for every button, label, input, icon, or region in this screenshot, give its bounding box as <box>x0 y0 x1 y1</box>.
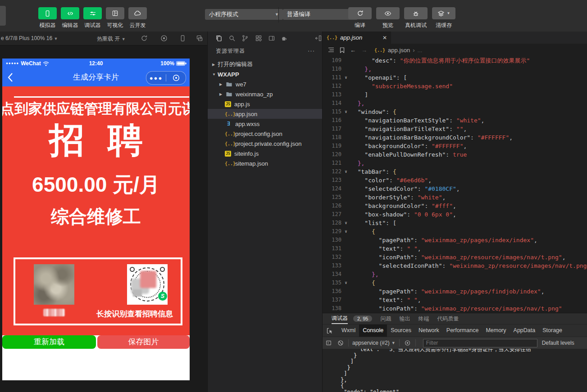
code-line-110: 110 }, <box>323 65 587 73</box>
log-levels-select[interactable]: Default levels <box>542 340 574 346</box>
tree-item-app.js[interactable]: JSapp.js <box>208 99 322 109</box>
tab-wxml[interactable]: Wxml <box>338 324 359 337</box>
code-line-126: 126 "backgroundColor": "#fff", <box>323 202 587 210</box>
explorer-activity-bar <box>208 32 322 45</box>
code-area[interactable]: 109 "desc": "你的位置信息将用于小程序位置接口的效果展示"110 }… <box>323 56 587 313</box>
tree-section-WXAPP[interactable]: ▼WXAPP <box>208 69 322 79</box>
preview-button[interactable]: 预览 <box>374 7 402 29</box>
reload-button[interactable]: 重新加载 <box>2 335 96 349</box>
tab-performance[interactable]: Performance <box>443 324 482 337</box>
phone-frame-icon[interactable] <box>179 35 186 42</box>
console-sidebar-icon[interactable] <box>325 340 332 346</box>
eye-icon <box>384 10 391 17</box>
forward-arrow-icon[interactable]: → <box>361 47 367 54</box>
code-line-118: 118 "navigationBarBackgroundColor": "#FF… <box>323 133 587 142</box>
tab-terminal[interactable]: 终端 <box>418 314 429 324</box>
simulator-toggle-button[interactable]: 模拟器 <box>38 7 57 29</box>
more-button[interactable]: ●●● <box>146 74 166 81</box>
mini-program-qr-code[interactable]: S <box>127 264 168 305</box>
visualization-toggle-button[interactable]: 可视化 <box>106 7 124 29</box>
poster-actions: 重新加载 保存图片 <box>2 335 190 349</box>
explorer-title: 资源管理器 <box>216 48 245 54</box>
close-icon[interactable]: ✕ <box>382 35 387 41</box>
code-line-120: 120 "enablePullDownRefresh": true <box>323 150 587 159</box>
bookmark-icon[interactable] <box>340 47 345 53</box>
tab-memory[interactable]: Memory <box>482 324 510 337</box>
tab-console[interactable]: Console <box>359 324 387 337</box>
refresh-icon <box>357 10 364 17</box>
tab-network[interactable]: Network <box>415 324 443 337</box>
code-line-124: 124 "selectedColor": "#0180CF", <box>323 185 587 193</box>
editor-toggle-button[interactable]: 编辑器 <box>61 7 79 29</box>
files-icon[interactable] <box>215 35 223 42</box>
tree-item-weixinmao_zp[interactable]: ▶weixinmao_zp <box>208 89 322 99</box>
outline-icon[interactable] <box>328 47 334 53</box>
battery-percent-label: 100% <box>160 60 174 67</box>
code-line-135: 135∨ { <box>323 279 587 287</box>
tab-sources[interactable]: Sources <box>387 324 415 337</box>
console-line: ] <box>341 371 587 377</box>
console-output[interactable]: "text": " 5、当天应聘人员需带齐行李物品+身份证件，当天安排住宿 " … <box>323 349 587 392</box>
battery-icon <box>176 61 187 66</box>
blurred-company-label <box>43 309 65 316</box>
remote-debug-button[interactable]: 真机调试 <box>402 7 430 29</box>
recruit-headline: 招聘 <box>2 117 190 164</box>
explorer-more-button[interactable]: ··· <box>308 45 315 57</box>
tab-output[interactable]: 输出 <box>399 314 410 324</box>
context-select[interactable]: appservice (#2) <box>352 340 390 346</box>
tea-icon[interactable] <box>280 35 288 42</box>
cloud-dev-button[interactable]: 云开发 <box>128 7 147 29</box>
compile-button[interactable]: 编译 <box>346 7 374 29</box>
rotate-icon[interactable] <box>141 35 148 42</box>
search-icon[interactable] <box>228 35 236 42</box>
tab-app-json[interactable]: {..} app.json ✕ <box>323 32 391 44</box>
app-logo <box>0 6 6 26</box>
debugger-toggle-button[interactable]: 调试器 <box>83 7 102 29</box>
console-lines: "text": " 5、当天应聘人员需带齐行李物品+身份证件，当天安排住宿 " … <box>341 349 587 392</box>
twisty-icon: ▼ <box>212 72 218 77</box>
save-image-button[interactable]: 保存图片 <box>97 335 190 349</box>
code-line-130: 130 "pagePath": "weixinmao_zp/pages/inde… <box>323 236 587 244</box>
tab-problems[interactable]: 问题 <box>380 314 391 324</box>
tree-item-we7[interactable]: ▶we7 <box>208 79 322 89</box>
back-arrow-icon[interactable]: ← <box>350 47 356 54</box>
tree-section-打开的编辑器[interactable]: ▶打开的编辑器 <box>208 59 322 69</box>
tab-code-quality[interactable]: 代码质量 <box>437 314 459 324</box>
tree-item-app.wxss[interactable]: ∃app.wxss <box>208 119 322 129</box>
panel-icon[interactable] <box>268 35 275 42</box>
inspect-icon[interactable] <box>323 327 338 334</box>
chevron-down-icon: ▼ <box>447 11 450 15</box>
tree-item-project.private.config.json[interactable]: {..}project.private.config.json <box>208 139 322 149</box>
tab-appdata[interactable]: AppData <box>510 324 539 337</box>
layout-icon <box>112 10 118 17</box>
tree-item-sitemap.json[interactable]: {..}sitemap.json <box>208 158 322 168</box>
detach-window-icon[interactable] <box>196 35 203 42</box>
console-line: } <box>341 365 587 371</box>
collapse-sidebar-icon[interactable] <box>315 35 322 42</box>
mode-select[interactable]: 小程序模式 ▼ <box>205 9 283 20</box>
git-branch-icon[interactable] <box>241 35 249 42</box>
breadcrumb-more[interactable]: ... <box>418 47 423 54</box>
extensions-icon[interactable] <box>255 35 262 42</box>
hot-reload-toggle[interactable]: 热重载 开 ▼ <box>97 35 126 43</box>
tree-item-siteinfo.js[interactable]: JSsiteinfo.js <box>208 149 322 158</box>
device-select[interactable]: e 6/7/8 Plus 100% 16 ▼ <box>1 35 58 41</box>
poster-info-box: S 长按识别查看招聘信息 <box>14 257 182 325</box>
tree-item-app.json[interactable]: {..}app.json <box>208 109 322 119</box>
tree-item-project.config.json[interactable]: {..}project.config.json <box>208 129 322 139</box>
wechat-devtools-window: 模拟器 编辑器 调试器 可视化 云开发 小程序模式 ▼ <box>0 0 587 392</box>
console-filter-input[interactable] <box>423 339 537 347</box>
record-icon[interactable] <box>160 35 168 42</box>
code-line-112: 112 "subscribeMessage.send" <box>323 82 587 90</box>
eye-icon[interactable] <box>404 340 411 346</box>
clear-console-icon[interactable] <box>337 340 344 346</box>
chevron-down-icon: ▼ <box>54 36 58 41</box>
phone-screen: ●●●●● WeChat 12:40 100% 生成分享卡片 ●●● <box>2 59 190 380</box>
tab-storage[interactable]: Storage <box>539 324 566 337</box>
capsule-menu: ●●● <box>146 71 186 85</box>
breadcrumb-file[interactable]: app.json <box>388 47 410 54</box>
clear-cache-button[interactable]: ▼ 清缓存 <box>430 7 458 29</box>
tab-debugger[interactable]: 调试器 <box>332 313 348 324</box>
code-line-119: 119 "backgroundColor": "#FFFFFF", <box>323 142 587 150</box>
close-target-button[interactable] <box>166 74 186 82</box>
